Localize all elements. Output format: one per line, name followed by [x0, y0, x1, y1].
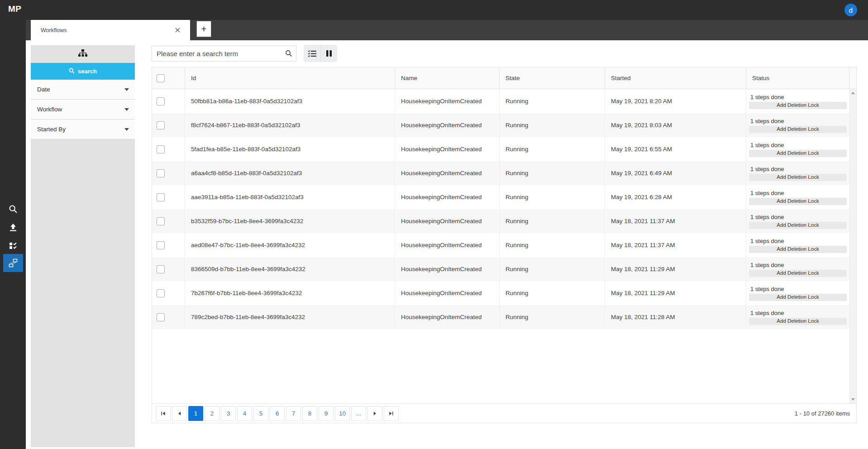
table-row[interactable]: 5fad1fea-b85e-11eb-883f-0a5d32102af3 Hou…	[152, 137, 849, 161]
grid-rows: 50fbb81a-b86a-11eb-883f-0a5d32102af3 Hou…	[152, 89, 849, 403]
add-deletion-lock-button[interactable]: Add Deletion Lock	[749, 126, 847, 133]
pager-summary: 1 - 10 of 27260 items	[795, 410, 850, 417]
row-checkbox-cell	[152, 233, 185, 257]
magnifier-icon	[69, 68, 75, 75]
pager-page-button[interactable]: 7	[286, 406, 301, 421]
row-checkbox[interactable]	[157, 145, 165, 153]
workflows-grid: Id Name State Started Status 50fbb81a-b8…	[152, 67, 857, 423]
table-row[interactable]: a6aa4cf8-b85d-11eb-883f-0a5d32102af3 Hou…	[152, 161, 849, 185]
row-checkbox-cell	[152, 113, 185, 137]
chevron-down-icon	[124, 108, 129, 111]
add-deletion-lock-button[interactable]: Add Deletion Lock	[749, 246, 847, 253]
pager-page-button[interactable]: 9	[319, 406, 334, 421]
row-id: 50fbb81a-b86a-11eb-883f-0a5d32102af3	[185, 89, 395, 113]
row-started: May 19, 2021 8:20 AM	[605, 89, 746, 113]
filter-section-workflow[interactable]: Workflow	[31, 100, 135, 119]
add-deletion-lock-button[interactable]: Add Deletion Lock	[749, 150, 847, 157]
row-state: Running	[500, 113, 605, 137]
column-header-started[interactable]: Started	[605, 67, 746, 89]
table-row[interactable]: b3532f59-b7bc-11eb-8ee4-3699fa3c4232 Hou…	[152, 209, 849, 233]
table-row[interactable]: aae3911a-b85a-11eb-883f-0a5d32102af3 Hou…	[152, 185, 849, 209]
prev-page-icon[interactable]	[172, 406, 187, 421]
next-page-icon[interactable]	[367, 406, 382, 421]
row-steps-label: 1 steps done	[749, 142, 847, 148]
header-scroll-filler	[849, 67, 856, 89]
pager-page-button[interactable]: 10	[335, 406, 350, 421]
row-checkbox[interactable]	[157, 289, 165, 297]
pause-icon[interactable]	[320, 45, 338, 62]
table-row[interactable]: 50fbb81a-b86a-11eb-883f-0a5d32102af3 Hou…	[152, 89, 849, 113]
row-checkbox[interactable]	[157, 265, 165, 273]
first-page-icon[interactable]	[156, 406, 171, 421]
add-deletion-lock-button[interactable]: Add Deletion Lock	[749, 294, 847, 301]
column-header-name[interactable]: Name	[395, 67, 500, 89]
table-row[interactable]: 789c2bed-b7bb-11eb-8ee4-3699fa3c4232 Hou…	[152, 305, 849, 329]
sitemap-icon[interactable]	[78, 49, 87, 59]
row-started: May 19, 2021 8:03 AM	[605, 113, 746, 137]
add-deletion-lock-button[interactable]: Add Deletion Lock	[749, 174, 847, 181]
row-checkbox[interactable]	[157, 241, 165, 249]
filter-section-date[interactable]: Date	[31, 80, 135, 100]
table-row[interactable]: f8cf7624-b867-11eb-883f-0a5d32102af3 Hou…	[152, 113, 849, 137]
column-header-state[interactable]: State	[500, 67, 605, 89]
row-name: HousekeepingOnItemCreated	[395, 281, 500, 305]
add-deletion-lock-button[interactable]: Add Deletion Lock	[749, 270, 847, 277]
row-name: HousekeepingOnItemCreated	[395, 89, 500, 113]
row-started: May 19, 2021 6:55 AM	[605, 137, 746, 161]
vertical-scrollbar[interactable]	[849, 89, 856, 403]
row-state: Running	[500, 137, 605, 161]
search-input[interactable]	[152, 46, 296, 62]
row-state: Running	[500, 89, 605, 113]
last-page-icon[interactable]	[384, 406, 399, 421]
add-deletion-lock-button[interactable]: Add Deletion Lock	[749, 222, 847, 229]
close-icon[interactable]	[174, 27, 181, 34]
pager-page-button[interactable]: 3	[221, 406, 236, 421]
arrow-up-icon[interactable]	[851, 92, 855, 94]
row-started: May 19, 2021 6:49 AM	[605, 161, 746, 185]
select-all-checkbox[interactable]	[157, 74, 165, 82]
row-checkbox[interactable]	[157, 121, 165, 129]
pager-page-button[interactable]: 6	[270, 406, 285, 421]
pager-page-button[interactable]: 2	[205, 406, 219, 421]
pager-page-button[interactable]: 1	[188, 406, 203, 421]
row-status-cell: 1 steps done Add Deletion Lock	[746, 281, 849, 305]
add-deletion-lock-button[interactable]: Add Deletion Lock	[749, 318, 847, 325]
new-tab-button[interactable]: +	[196, 21, 211, 37]
tab-workflows[interactable]: Workflows	[31, 20, 190, 40]
row-checkbox[interactable]	[157, 97, 165, 105]
row-checkbox[interactable]	[157, 193, 165, 201]
column-header-status[interactable]: Status	[746, 67, 849, 89]
row-started: May 18, 2021 11:28 AM	[605, 305, 746, 329]
row-checkbox[interactable]	[157, 217, 165, 225]
user-avatar[interactable]: d	[844, 4, 857, 16]
add-deletion-lock-button[interactable]: Add Deletion Lock	[749, 198, 847, 205]
tasks-icon[interactable]	[0, 238, 26, 254]
panel-header	[31, 45, 135, 63]
filter-section-started-by[interactable]: Started By	[31, 119, 135, 139]
upload-icon[interactable]	[0, 220, 26, 236]
table-row[interactable]: 8366509d-b7bb-11eb-8ee4-3699fa3c4232 Hou…	[152, 257, 849, 281]
checklist-icon[interactable]	[304, 45, 320, 62]
panel-search-button[interactable]: search	[31, 63, 135, 80]
row-checkbox[interactable]	[157, 169, 165, 177]
row-checkbox[interactable]	[157, 313, 165, 321]
pager-page-button[interactable]: ...	[351, 406, 366, 421]
table-row[interactable]: 7b267f6f-b7bb-11eb-8ee4-3699fa3c4232 Hou…	[152, 281, 849, 305]
panel-search-label: search	[78, 68, 97, 75]
column-header-id[interactable]: Id	[185, 67, 395, 89]
pager: 1 2 3 4 5 6 7 8 9 10 ... 1 - 10 of 27260…	[152, 403, 856, 423]
pager-page-button[interactable]: 4	[237, 406, 252, 421]
workflow-icon[interactable]	[3, 254, 23, 272]
search-icon[interactable]	[0, 201, 26, 217]
grid-header-row: Id Name State Started Status	[152, 67, 856, 89]
row-state: Running	[500, 233, 605, 257]
table-row[interactable]: aed08e47-b7bc-11eb-8ee4-3699fa3c4232 Hou…	[152, 233, 849, 257]
arrow-down-icon[interactable]	[851, 398, 855, 401]
magnifier-icon[interactable]	[285, 50, 292, 59]
pager-page-button[interactable]: 8	[302, 406, 317, 421]
row-status-cell: 1 steps done Add Deletion Lock	[746, 89, 849, 113]
header-checkbox-cell	[152, 67, 185, 89]
add-deletion-lock-button[interactable]: Add Deletion Lock	[749, 102, 847, 109]
pager-page-button[interactable]: 5	[253, 406, 268, 421]
row-started: May 18, 2021 11:29 AM	[605, 281, 746, 305]
